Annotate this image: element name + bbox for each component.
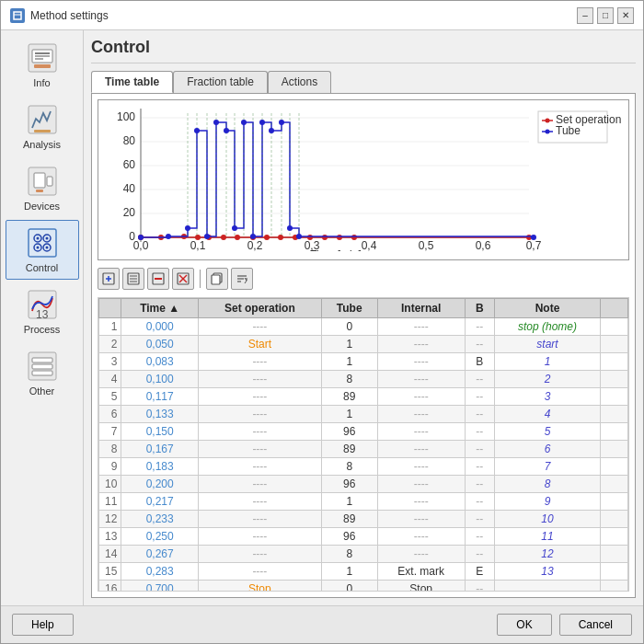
sidebar-item-devices[interactable]: Devices xyxy=(6,158,79,218)
cell-b[interactable]: -- xyxy=(465,406,494,423)
sidebar-item-control[interactable]: Control xyxy=(6,220,79,280)
cell-note[interactable]: 10 xyxy=(495,511,601,528)
table-row[interactable]: 13 0,250 ---- 96 ---- -- 11 xyxy=(99,528,628,546)
table-row[interactable]: 10 0,200 ---- 96 ---- -- 8 xyxy=(99,476,628,493)
cell-set-op[interactable]: ---- xyxy=(198,406,321,423)
cell-time[interactable]: 0,700 xyxy=(121,581,199,592)
cell-internal[interactable]: ---- xyxy=(377,353,465,371)
cell-b[interactable]: -- xyxy=(465,511,494,528)
cell-note[interactable]: stop (home) xyxy=(495,318,601,336)
table-row[interactable]: 4 0,100 ---- 8 ---- -- 2 xyxy=(99,371,628,388)
cell-internal[interactable]: ---- xyxy=(377,371,465,388)
tab-timetable[interactable]: Time table xyxy=(91,71,173,93)
cell-tube[interactable]: 8 xyxy=(321,371,377,388)
cell-tube[interactable]: 0 xyxy=(321,318,377,336)
cell-tube[interactable]: 96 xyxy=(321,423,377,441)
cell-set-op[interactable]: ---- xyxy=(198,528,321,546)
maximize-button[interactable]: □ xyxy=(597,7,614,24)
cell-time[interactable]: 0,050 xyxy=(121,336,199,353)
insert-row-button[interactable] xyxy=(122,268,144,290)
cell-set-op[interactable]: ---- xyxy=(198,493,321,511)
cell-time[interactable]: 0,250 xyxy=(121,528,199,546)
cell-b[interactable]: B xyxy=(465,353,494,371)
cell-set-op[interactable]: ---- xyxy=(198,423,321,441)
cell-internal[interactable]: ---- xyxy=(377,476,465,493)
cell-tube[interactable]: 89 xyxy=(321,441,377,458)
cell-tube[interactable]: 1 xyxy=(321,336,377,353)
cell-internal[interactable]: ---- xyxy=(377,406,465,423)
cell-note[interactable]: 3 xyxy=(495,388,601,406)
tab-fractiontable[interactable]: Fraction table xyxy=(173,71,268,93)
cell-note[interactable]: 11 xyxy=(495,528,601,546)
cell-note[interactable]: 8 xyxy=(495,476,601,493)
cell-time[interactable]: 0,183 xyxy=(121,458,199,476)
cell-set-op[interactable]: ---- xyxy=(198,546,321,563)
col-header-b[interactable]: B xyxy=(465,299,494,318)
cell-time[interactable]: 0,233 xyxy=(121,511,199,528)
cell-note[interactable]: 9 xyxy=(495,493,601,511)
cell-internal[interactable]: ---- xyxy=(377,511,465,528)
cell-note[interactable]: 4 xyxy=(495,406,601,423)
cell-note[interactable]: 5 xyxy=(495,423,601,441)
cell-b[interactable]: -- xyxy=(465,581,494,592)
cell-note[interactable]: 2 xyxy=(495,371,601,388)
table-row[interactable]: 15 0,283 ---- 1 Ext. mark E 13 xyxy=(99,563,628,581)
cell-b[interactable]: -- xyxy=(465,423,494,441)
cell-time[interactable]: 0,000 xyxy=(121,318,199,336)
clear-button[interactable] xyxy=(172,268,194,290)
table-row[interactable]: 1 0,000 ---- 0 ---- -- stop (home) xyxy=(99,318,628,336)
cell-tube[interactable]: 89 xyxy=(321,511,377,528)
sort-button[interactable] xyxy=(231,268,253,290)
cell-b[interactable]: -- xyxy=(465,546,494,563)
sidebar-item-analysis[interactable]: Analysis xyxy=(6,97,79,156)
cell-internal[interactable]: Ext. mark xyxy=(377,563,465,581)
cell-note[interactable]: start xyxy=(495,336,601,353)
cell-tube[interactable]: 1 xyxy=(321,353,377,371)
cell-b[interactable]: -- xyxy=(465,476,494,493)
cell-set-op[interactable]: ---- xyxy=(198,353,321,371)
sidebar-item-other[interactable]: Other xyxy=(6,343,79,403)
cell-note[interactable] xyxy=(495,581,601,592)
cell-time[interactable]: 0,150 xyxy=(121,423,199,441)
sidebar-item-info[interactable]: Info xyxy=(6,35,79,95)
cell-note[interactable]: 6 xyxy=(495,441,601,458)
delete-row-button[interactable] xyxy=(147,268,169,290)
cell-tube[interactable]: 1 xyxy=(321,563,377,581)
cell-internal[interactable]: ---- xyxy=(377,546,465,563)
col-header-tube[interactable]: Tube xyxy=(321,299,377,318)
cell-internal[interactable]: ---- xyxy=(377,458,465,476)
col-header-internal[interactable]: Internal xyxy=(377,299,465,318)
cell-tube[interactable]: 1 xyxy=(321,406,377,423)
table-row[interactable]: 9 0,183 ---- 8 ---- -- 7 xyxy=(99,458,628,476)
table-row[interactable]: 3 0,083 ---- 1 ---- B 1 xyxy=(99,353,628,371)
col-header-set-op[interactable]: Set operation xyxy=(198,299,321,318)
cell-b[interactable]: -- xyxy=(465,388,494,406)
cell-b[interactable]: -- xyxy=(465,441,494,458)
cell-set-op[interactable]: ---- xyxy=(198,388,321,406)
cell-internal[interactable]: ---- xyxy=(377,423,465,441)
cell-note[interactable]: 1 xyxy=(495,353,601,371)
table-row[interactable]: 8 0,167 ---- 89 ---- -- 6 xyxy=(99,441,628,458)
col-header-note[interactable]: Note xyxy=(495,299,601,318)
cell-b[interactable]: -- xyxy=(465,318,494,336)
cell-tube[interactable]: 89 xyxy=(321,388,377,406)
cell-time[interactable]: 0,117 xyxy=(121,388,199,406)
table-row[interactable]: 16 0,700 Stop 0 Stop -- xyxy=(99,581,628,592)
cell-set-op[interactable]: ---- xyxy=(198,476,321,493)
table-row[interactable]: 5 0,117 ---- 89 ---- -- 3 xyxy=(99,388,628,406)
tab-actions[interactable]: Actions xyxy=(268,71,331,93)
table-container[interactable]: Time ▲ Set operation Tube Internal B Not… xyxy=(98,297,629,592)
cell-set-op[interactable]: ---- xyxy=(198,458,321,476)
sidebar-item-process[interactable]: 13 Process xyxy=(6,282,79,341)
cell-set-op[interactable]: ---- xyxy=(198,511,321,528)
cell-internal[interactable]: ---- xyxy=(377,336,465,353)
cell-tube[interactable]: 8 xyxy=(321,546,377,563)
cell-time[interactable]: 0,133 xyxy=(121,406,199,423)
ok-button[interactable]: OK xyxy=(497,614,551,636)
help-button[interactable]: Help xyxy=(12,614,74,636)
cell-time[interactable]: 0,283 xyxy=(121,563,199,581)
add-row-button[interactable] xyxy=(98,268,120,290)
cell-internal[interactable]: Stop xyxy=(377,581,465,592)
table-row[interactable]: 11 0,217 ---- 1 ---- -- 9 xyxy=(99,493,628,511)
table-row[interactable]: 6 0,133 ---- 1 ---- -- 4 xyxy=(99,406,628,423)
